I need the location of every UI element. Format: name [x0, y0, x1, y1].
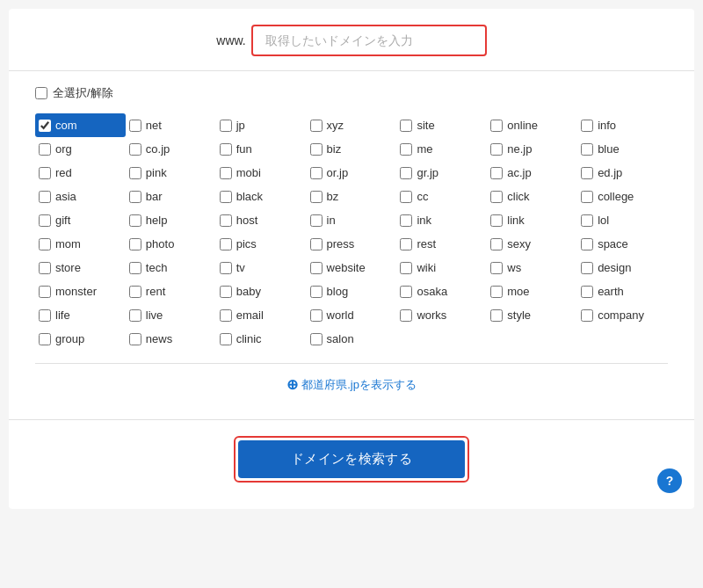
checkbox-item-asia[interactable]: asia — [35, 185, 126, 208]
checkbox-item-in[interactable]: in — [307, 208, 397, 232]
checkbox-item-online[interactable]: online — [487, 113, 577, 137]
checkbox-press[interactable] — [310, 238, 323, 250]
checkbox-photo[interactable] — [129, 238, 141, 250]
checkbox-blog[interactable] — [310, 286, 323, 298]
checkbox-item-mom[interactable]: mom — [35, 232, 126, 256]
checkbox-item-ws[interactable]: ws — [487, 256, 577, 279]
checkbox-pics[interactable] — [220, 238, 232, 250]
checkbox-style[interactable] — [490, 309, 503, 322]
checkbox-ne.jp[interactable] — [490, 143, 503, 156]
checkbox-item-black[interactable]: black — [216, 185, 307, 208]
checkbox-world[interactable] — [310, 309, 323, 322]
checkbox-rest[interactable] — [400, 238, 412, 250]
checkbox-blue[interactable] — [581, 143, 593, 156]
checkbox-gift[interactable] — [39, 214, 51, 227]
checkbox-item-sexy[interactable]: sexy — [487, 232, 577, 256]
checkbox-item-baby[interactable]: baby — [216, 279, 307, 303]
checkbox-mobi[interactable] — [220, 167, 232, 179]
checkbox-lol[interactable] — [581, 214, 593, 227]
checkbox-item-me[interactable]: me — [396, 137, 487, 161]
checkbox-item-co.jp[interactable]: co.jp — [126, 137, 216, 161]
checkbox-item-salon[interactable]: salon — [307, 327, 397, 351]
checkbox-red[interactable] — [39, 167, 51, 179]
checkbox-design[interactable] — [581, 262, 593, 274]
checkbox-me[interactable] — [400, 143, 412, 156]
checkbox-email[interactable] — [220, 309, 232, 322]
checkbox-pink[interactable] — [129, 167, 141, 179]
checkbox-item-news[interactable]: news — [126, 327, 216, 351]
checkbox-tv[interactable] — [220, 262, 232, 274]
checkbox-moe[interactable] — [490, 286, 503, 298]
checkbox-group[interactable] — [39, 333, 51, 345]
checkbox-item-college[interactable]: college — [577, 185, 668, 208]
checkbox-item-pink[interactable]: pink — [126, 161, 216, 185]
checkbox-org[interactable] — [39, 143, 51, 156]
checkbox-item-cc[interactable]: cc — [396, 185, 487, 208]
select-all-label[interactable]: 全選択/解除 — [53, 85, 113, 101]
checkbox-item-biz[interactable]: biz — [307, 137, 397, 161]
checkbox-item-blue[interactable]: blue — [577, 137, 668, 161]
checkbox-info[interactable] — [581, 120, 593, 132]
checkbox-wiki[interactable] — [400, 262, 412, 274]
checkbox-college[interactable] — [581, 191, 593, 203]
checkbox-item-click[interactable]: click — [487, 185, 577, 208]
checkbox-cc[interactable] — [400, 191, 412, 203]
checkbox-item-email[interactable]: email — [216, 303, 307, 327]
checkbox-news[interactable] — [129, 333, 141, 345]
checkbox-xyz[interactable] — [310, 120, 323, 132]
checkbox-ed.jp[interactable] — [581, 167, 593, 179]
checkbox-item-rest[interactable]: rest — [396, 232, 487, 256]
checkbox-store[interactable] — [39, 262, 51, 274]
checkbox-or.jp[interactable] — [310, 167, 323, 179]
checkbox-item-blog[interactable]: blog — [307, 279, 397, 303]
checkbox-item-store[interactable]: store — [35, 256, 126, 279]
checkbox-item-wiki[interactable]: wiki — [396, 256, 487, 279]
checkbox-mom[interactable] — [39, 238, 51, 250]
checkbox-item-gift[interactable]: gift — [35, 208, 126, 232]
checkbox-item-gr.jp[interactable]: gr.jp — [396, 161, 487, 185]
checkbox-item-space[interactable]: space — [577, 232, 668, 256]
checkbox-item-info[interactable]: info — [577, 113, 668, 137]
checkbox-monster[interactable] — [39, 286, 51, 298]
checkbox-item-ne.jp[interactable]: ne.jp — [487, 137, 577, 161]
checkbox-item-monster[interactable]: monster — [35, 279, 126, 303]
checkbox-ws[interactable] — [490, 262, 503, 274]
checkbox-online[interactable] — [490, 120, 503, 132]
checkbox-item-jp[interactable]: jp — [216, 113, 307, 137]
checkbox-item-world[interactable]: world — [307, 303, 397, 327]
help-button[interactable]: ? — [657, 468, 682, 493]
checkbox-baby[interactable] — [220, 286, 232, 298]
checkbox-ac.jp[interactable] — [490, 167, 503, 179]
domain-input[interactable] — [255, 28, 483, 53]
checkbox-biz[interactable] — [310, 143, 323, 156]
checkbox-item-tech[interactable]: tech — [126, 256, 216, 279]
checkbox-space[interactable] — [581, 238, 593, 250]
checkbox-earth[interactable] — [581, 286, 593, 298]
checkbox-item-clinic[interactable]: clinic — [216, 327, 307, 351]
checkbox-item-or.jp[interactable]: or.jp — [307, 161, 397, 185]
checkbox-site[interactable] — [400, 120, 412, 132]
checkbox-rent[interactable] — [129, 286, 141, 298]
checkbox-life[interactable] — [39, 309, 51, 322]
checkbox-live[interactable] — [129, 309, 141, 322]
checkbox-item-lol[interactable]: lol — [577, 208, 668, 232]
checkbox-item-osaka[interactable]: osaka — [396, 279, 487, 303]
search-button[interactable]: ドメインを検索する — [238, 440, 465, 478]
checkbox-net[interactable] — [129, 120, 141, 132]
checkbox-help[interactable] — [129, 214, 141, 227]
checkbox-item-life[interactable]: life — [35, 303, 126, 327]
checkbox-fun[interactable] — [220, 143, 232, 156]
checkbox-item-works[interactable]: works — [396, 303, 487, 327]
checkbox-salon[interactable] — [310, 333, 323, 345]
checkbox-black[interactable] — [220, 191, 232, 203]
checkbox-item-group[interactable]: group — [35, 327, 126, 351]
checkbox-tech[interactable] — [129, 262, 141, 274]
checkbox-item-pics[interactable]: pics — [216, 232, 307, 256]
checkbox-website[interactable] — [310, 262, 323, 274]
checkbox-item-rent[interactable]: rent — [126, 279, 216, 303]
checkbox-item-press[interactable]: press — [307, 232, 397, 256]
checkbox-item-bz[interactable]: bz — [307, 185, 397, 208]
checkbox-bar[interactable] — [129, 191, 141, 203]
checkbox-item-red[interactable]: red — [35, 161, 126, 185]
checkbox-item-design[interactable]: design — [577, 256, 668, 279]
